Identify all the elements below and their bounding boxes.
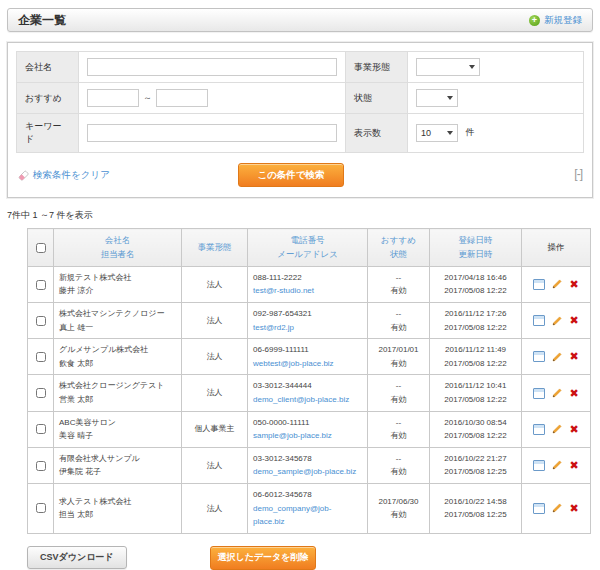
edit-button[interactable]	[551, 387, 563, 399]
delete-row-button[interactable]: ✖	[569, 460, 578, 471]
registered-datetime: 2016/10/22 21:27	[435, 452, 516, 466]
view-detail-button[interactable]	[533, 388, 545, 399]
company-name: グルメサンプル株式会社	[59, 343, 176, 357]
row-checkbox[interactable]	[36, 280, 46, 290]
operation-cell: ✖	[522, 411, 591, 447]
row-select-cell	[28, 447, 54, 483]
contact-cell: 06-6012-345678 demo_company@job-place.bi…	[248, 484, 368, 534]
recommend-value: --	[373, 416, 424, 430]
view-detail-button[interactable]	[533, 315, 545, 326]
edit-button[interactable]	[551, 315, 563, 327]
page-title: 企業一覧	[18, 12, 66, 29]
status-value: 有効	[373, 284, 424, 298]
recommend-to-input[interactable]	[156, 89, 208, 107]
view-detail-button[interactable]	[533, 424, 545, 435]
contact-person-name: 担当 太郎	[59, 508, 176, 522]
row-select-cell	[28, 303, 54, 339]
edit-button[interactable]	[551, 351, 563, 363]
header-dates-sort[interactable]: 登録日時 更新日時	[430, 229, 522, 267]
status-select[interactable]	[416, 89, 458, 107]
business-type-select[interactable]	[416, 58, 480, 76]
edit-button[interactable]	[551, 423, 563, 435]
title-bar: 企業一覧 + 新規登録	[7, 8, 593, 32]
select-all-checkbox[interactable]	[36, 243, 46, 253]
edit-button[interactable]	[551, 502, 563, 514]
recommend-value: 2017/01/01	[373, 343, 424, 357]
view-detail-button[interactable]	[533, 460, 545, 471]
company-name: ABC美容サロン	[59, 416, 176, 430]
company-cell: 求人テスト株式会社 担当 太郎	[54, 484, 182, 534]
edit-button[interactable]	[551, 459, 563, 471]
email-link[interactable]: demo_company@job-place.biz	[253, 502, 362, 529]
company-name-input[interactable]	[87, 58, 337, 76]
header-contact-line2: メールアドレス	[250, 247, 365, 261]
row-select-cell	[28, 375, 54, 411]
new-registration-link[interactable]: + 新規登録	[529, 14, 582, 27]
display-count-select[interactable]: 10	[416, 124, 458, 142]
recommend-value: --	[373, 379, 424, 393]
updated-datetime: 2017/05/08 12:22	[435, 393, 516, 407]
pencil-icon	[551, 502, 563, 514]
status-value: 有効	[373, 321, 424, 335]
clear-search-link[interactable]: 検索条件をクリア	[18, 169, 110, 182]
delete-row-button[interactable]: ✖	[569, 388, 578, 399]
email-link[interactable]: test@rd2.jp	[253, 321, 362, 335]
view-detail-button[interactable]	[533, 351, 545, 362]
email-link[interactable]: webtest@job-place.biz	[253, 357, 362, 371]
row-checkbox[interactable]	[36, 503, 46, 513]
status-value: 有効	[373, 508, 424, 522]
delete-row-button[interactable]: ✖	[569, 279, 578, 290]
row-checkbox[interactable]	[36, 316, 46, 326]
contact-cell: 03-3012-345678 demo_sample@job-place.biz	[248, 447, 368, 483]
company-name: 新規テスト株式会社	[59, 271, 176, 285]
dates-cell: 2016/10/30 08:54 2017/05/08 12:22	[430, 411, 522, 447]
collapse-panel-toggle[interactable]: [-]	[574, 167, 582, 181]
recommend-from-input[interactable]	[87, 89, 139, 107]
email-link[interactable]: demo_client@job-place.biz	[253, 393, 362, 407]
header-company-sort[interactable]: 会社名 担当者名	[54, 229, 182, 267]
row-checkbox[interactable]	[36, 352, 46, 362]
csv-download-button[interactable]: CSVダウンロード	[27, 546, 127, 569]
page-footer: CSVダウンロード 選択したデータを削除	[7, 546, 593, 570]
company-cell: 有限会社求人サンプル 伊集院 花子	[54, 447, 182, 483]
view-detail-button[interactable]	[533, 503, 545, 514]
email-link[interactable]: test@r-studio.net	[253, 284, 362, 298]
header-business-label: 事業形態	[184, 240, 245, 254]
table-row: ABC美容サロン 美容 晴子 個人事業主 050-0000-11111 samp…	[28, 411, 591, 447]
business-type-cell: 法人	[182, 484, 248, 534]
header-business-sort[interactable]: 事業形態	[182, 229, 248, 267]
keyword-label: キーワード	[17, 114, 79, 153]
header-contact-sort[interactable]: 電話番号 メールアドレス	[248, 229, 368, 267]
row-checkbox[interactable]	[36, 461, 46, 471]
delete-row-button[interactable]: ✖	[569, 315, 578, 326]
recommend-cell: 2017/01/01 有効	[368, 339, 430, 375]
delete-row-button[interactable]: ✖	[569, 351, 578, 362]
header-recommend-sort[interactable]: おすすめ 状態	[368, 229, 430, 267]
delete-selected-button[interactable]: 選択したデータを削除	[210, 546, 316, 570]
table-row: グルメサンプル株式会社 飲食 太郎 法人 06-6999-111111 webt…	[28, 339, 591, 375]
updated-datetime: 2017/05/08 12:25	[435, 508, 516, 522]
delete-row-button[interactable]: ✖	[569, 424, 578, 435]
delete-row-button[interactable]: ✖	[569, 503, 578, 514]
contact-person-name: 伊集院 花子	[59, 465, 176, 479]
recommend-cell: 2017/06/30 有効	[368, 484, 430, 534]
search-submit-button[interactable]: この条件で検索	[238, 163, 344, 187]
business-type-cell: 法人	[182, 266, 248, 302]
company-name: 求人テスト株式会社	[59, 495, 176, 509]
contact-cell: 092-987-654321 test@rd2.jp	[248, 303, 368, 339]
dates-cell: 2017/04/18 16:46 2017/05/08 12:22	[430, 266, 522, 302]
pencil-icon	[551, 387, 563, 399]
view-detail-button[interactable]	[533, 279, 545, 290]
operation-cell: ✖	[522, 339, 591, 375]
email-link[interactable]: sample@job-place.biz	[253, 429, 362, 443]
contact-person-name: 藤井 涼介	[59, 284, 176, 298]
table-row: 株式会社マシンテクノロジー 真上 雄一 法人 092-987-654321 te…	[28, 303, 591, 339]
row-checkbox[interactable]	[36, 388, 46, 398]
email-link[interactable]: demo_sample@job-place.biz	[253, 465, 362, 479]
edit-button[interactable]	[551, 278, 563, 290]
row-checkbox[interactable]	[36, 424, 46, 434]
keyword-input[interactable]	[87, 124, 337, 142]
business-type-cell: 法人	[182, 339, 248, 375]
company-cell: グルメサンプル株式会社 飲食 太郎	[54, 339, 182, 375]
registered-datetime: 2016/10/22 14:58	[435, 495, 516, 509]
